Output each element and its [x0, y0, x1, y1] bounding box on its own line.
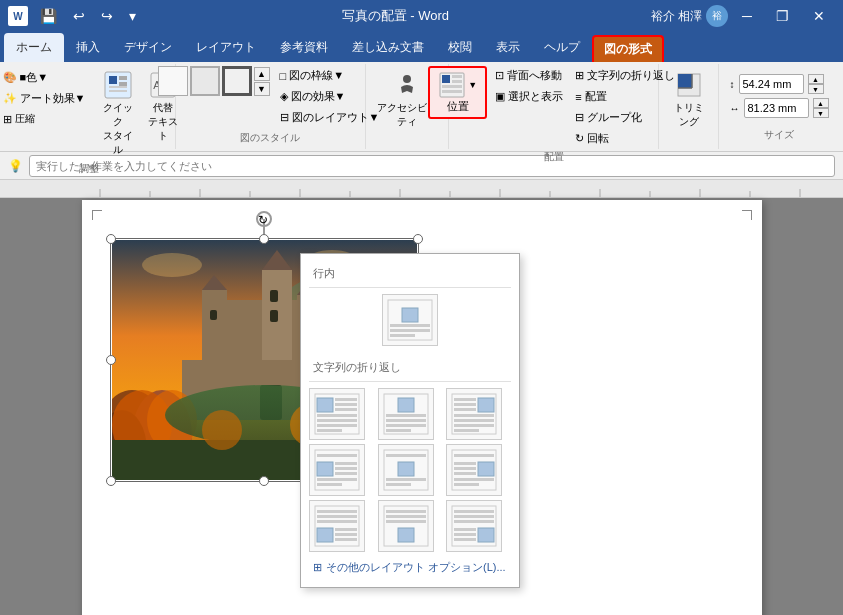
- tab-mailings[interactable]: 差し込み文書: [340, 33, 436, 62]
- style-thumb-1[interactable]: [158, 66, 188, 96]
- position-button[interactable]: ▼ 位置: [428, 66, 487, 119]
- undo-button[interactable]: ↩: [69, 6, 89, 26]
- tab-home[interactable]: ホーム: [4, 33, 64, 62]
- quick-styles-label: クイックスタイル: [100, 101, 135, 157]
- width-row: ↔ ▲ ▼: [730, 98, 829, 118]
- titlebar-right: 裕介 相澤 裕 ─ ❐ ✕: [651, 4, 835, 28]
- tab-help[interactable]: ヘルプ: [532, 33, 592, 62]
- close-button[interactable]: ✕: [803, 4, 835, 28]
- ribbon-tabs: ホーム 挿入 デザイン レイアウト 参考資料 差し込み文書 校閲 表示 ヘルプ …: [0, 32, 843, 62]
- svg-rect-89: [454, 398, 476, 401]
- art-effect-button[interactable]: ✨ アート効果▼: [0, 89, 89, 108]
- inline-section-label: 行内: [309, 262, 511, 288]
- send-back-btn[interactable]: ⊡ 背面へ移動: [491, 66, 567, 85]
- handle-bottom-middle[interactable]: [259, 476, 269, 486]
- tab-view[interactable]: 表示: [484, 33, 532, 62]
- svg-rect-111: [454, 454, 494, 457]
- handle-top-middle[interactable]: [259, 234, 269, 244]
- position-btn-content: ▼: [438, 71, 477, 99]
- layout-bottom-center[interactable]: [378, 500, 434, 552]
- svg-rect-80: [317, 429, 342, 432]
- svg-rect-73: [317, 398, 333, 412]
- svg-rect-91: [454, 408, 476, 411]
- wrap-section-label: 文字列の折り返し: [309, 352, 511, 382]
- border-icon: □: [280, 70, 287, 82]
- handle-bottom-left[interactable]: [106, 476, 116, 486]
- svg-rect-100: [335, 467, 357, 470]
- width-input[interactable]: [744, 98, 809, 118]
- restore-button[interactable]: ❐: [766, 4, 799, 28]
- width-down-btn[interactable]: ▼: [813, 108, 829, 118]
- height-input[interactable]: [739, 74, 804, 94]
- svg-rect-133: [454, 515, 494, 518]
- ruler-svg: [0, 180, 843, 197]
- style-nav: ▲ ▼: [254, 67, 270, 96]
- color-button[interactable]: 🎨 ■色▼: [0, 68, 89, 87]
- layout-middle-center[interactable]: [378, 444, 434, 496]
- style-thumb-2[interactable]: [190, 66, 220, 96]
- width-up-btn[interactable]: ▲: [813, 98, 829, 108]
- handle-top-right[interactable]: [413, 234, 423, 244]
- trim-button[interactable]: トリミング: [665, 66, 712, 132]
- tab-references[interactable]: 参考資料: [268, 33, 340, 62]
- tab-review[interactable]: 校閲: [436, 33, 484, 62]
- svg-rect-112: [454, 462, 476, 465]
- handle-middle-left[interactable]: [106, 355, 116, 365]
- redo-button[interactable]: ↪: [97, 6, 117, 26]
- layout-top-right[interactable]: [446, 388, 502, 440]
- tab-format[interactable]: 図の形式: [592, 35, 664, 62]
- quick-styles-button[interactable]: クイックスタイル: [95, 66, 140, 160]
- svg-rect-94: [454, 424, 494, 427]
- titlebar-center: 写真の配置 - Word: [342, 7, 449, 25]
- svg-rect-10: [442, 75, 450, 83]
- svg-rect-127: [386, 510, 426, 513]
- position-dropdown: 行内 文字列の折り返し: [300, 253, 520, 588]
- svg-rect-97: [317, 462, 333, 476]
- minimize-button[interactable]: ─: [732, 4, 762, 28]
- svg-rect-16: [678, 74, 692, 88]
- effect-label: 図の効果▼: [291, 89, 346, 104]
- customize-btn[interactable]: ▾: [125, 6, 140, 26]
- style-down-btn[interactable]: ▼: [254, 82, 270, 96]
- svg-rect-102: [317, 478, 357, 481]
- layout-icon: ⊟: [280, 111, 289, 124]
- layout-options-link[interactable]: ⊞ その他のレイアウト オプション(L)...: [309, 556, 511, 579]
- style-up-btn[interactable]: ▲: [254, 67, 270, 81]
- corner-tr: [742, 210, 752, 220]
- layout-middle-left[interactable]: [309, 444, 365, 496]
- layout-top-center[interactable]: [378, 388, 434, 440]
- svg-rect-108: [386, 483, 411, 486]
- save-button[interactable]: 💾: [36, 6, 61, 26]
- svg-rect-74: [335, 398, 357, 401]
- tab-design[interactable]: デザイン: [112, 33, 184, 62]
- svg-rect-19: [0, 180, 843, 197]
- layout-top-left[interactable]: [309, 388, 365, 440]
- svg-rect-122: [335, 528, 357, 531]
- svg-rect-113: [454, 467, 476, 470]
- ribbon-group-adjust: 🎨 ■色▼ ✨ アート効果▼ ⊞ 圧縮 クイックスタイル: [4, 64, 176, 149]
- layout-middle-right[interactable]: [446, 444, 502, 496]
- wrap-icon: ⊞: [575, 69, 584, 82]
- chevron-down-icon: ▼: [468, 80, 477, 90]
- handle-top-left[interactable]: [106, 234, 116, 244]
- height-down-btn[interactable]: ▼: [808, 84, 824, 94]
- svg-rect-83: [386, 414, 426, 417]
- height-up-btn[interactable]: ▲: [808, 74, 824, 84]
- layout-bottom-right[interactable]: [446, 500, 502, 552]
- compress-button[interactable]: ⊞ 圧縮: [0, 110, 89, 128]
- rotate-handle[interactable]: ↻: [256, 211, 272, 227]
- svg-rect-76: [335, 408, 357, 411]
- svg-rect-124: [335, 538, 357, 541]
- svg-rect-99: [335, 462, 357, 465]
- style-thumb-3[interactable]: [222, 66, 252, 96]
- selection-pane-btn[interactable]: ▣ 選択と表示: [491, 87, 567, 106]
- art-label: アート効果▼: [20, 91, 86, 106]
- rotate-label: 回転: [587, 131, 609, 146]
- tab-insert[interactable]: 挿入: [64, 33, 112, 62]
- svg-rect-14: [442, 90, 462, 93]
- svg-rect-82: [398, 398, 414, 412]
- tab-layout[interactable]: レイアウト: [184, 33, 268, 62]
- layout-bottom-left[interactable]: [309, 500, 365, 552]
- lightbulb-icon: 💡: [8, 159, 23, 173]
- layout-inline-center[interactable]: [382, 294, 438, 346]
